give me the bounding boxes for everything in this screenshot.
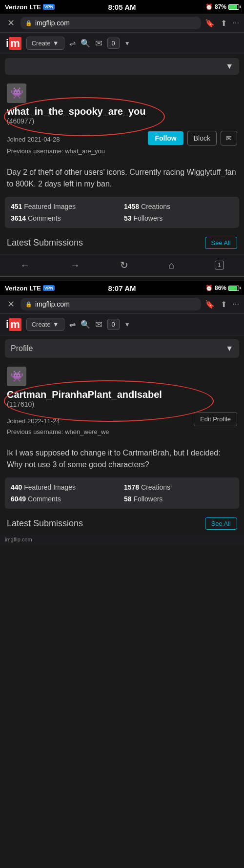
- shuffle-icon-1[interactable]: ⇌: [69, 39, 76, 48]
- latest-submissions-label-1: Latest Submissions: [7, 238, 83, 248]
- chevron-down-icon-1: ▼: [53, 40, 59, 47]
- url-text-1: imgflip.com: [35, 19, 70, 27]
- search-icon-1[interactable]: 🔍: [81, 39, 90, 48]
- dropdown-arrow-icon-1: ▼: [225, 62, 233, 71]
- mail-icon-1[interactable]: ✉: [95, 38, 102, 49]
- share-icon-2[interactable]: ⬆: [221, 300, 227, 309]
- time-1: 8:05 AM: [108, 3, 136, 11]
- section-1: 👾 what_in_the_spooky_are_you (460977) Jo…: [0, 79, 244, 254]
- avatar-1: 👾: [7, 83, 26, 103]
- dropdown-row-1[interactable]: ▼: [5, 58, 239, 75]
- url-text-2: imgflip.com: [35, 300, 70, 308]
- profile-dropdown-arrow-2: ▼: [225, 344, 233, 353]
- join-date-2: Joined 2022-11-24: [7, 417, 60, 425]
- edit-profile-button[interactable]: Edit Profile: [194, 412, 237, 426]
- bio-2: Ik I was supposed to change it to Cartma…: [7, 447, 237, 471]
- profile-dropdown-label-2: Profile: [11, 344, 33, 353]
- battery-icon-1: [228, 4, 239, 10]
- network-type-2: LTE: [29, 285, 41, 292]
- stat-followers-1: 53 Followers: [124, 214, 233, 222]
- alarm-icon-2: ⏰: [205, 285, 213, 291]
- follow-button-1[interactable]: Follow: [148, 131, 183, 145]
- close-button-1[interactable]: ✕: [5, 18, 17, 28]
- stat-featured-1: 451 Featured Images: [11, 203, 120, 210]
- stat-comments-1: 3614 Comments: [11, 214, 120, 222]
- browser-bar-1: ✕ 🔒 imgflip.com 🔖 ⬆ ···: [0, 14, 244, 33]
- vpn-badge-2: VPN: [43, 285, 55, 291]
- more-icon-2[interactable]: ···: [233, 300, 239, 309]
- close-button-2[interactable]: ✕: [5, 299, 17, 310]
- profile-dropdown-section-2[interactable]: Profile ▼: [5, 339, 239, 358]
- avatar-2: 👾: [7, 367, 26, 386]
- block-button-1[interactable]: Block: [187, 131, 217, 145]
- lock-icon-2: 🔒: [25, 301, 32, 308]
- join-date-1: Joined 2021-04-28: [7, 136, 60, 143]
- lock-icon-1: 🔒: [25, 20, 32, 26]
- browser-actions-1: 🔖 ⬆ ···: [205, 19, 239, 28]
- stats-grid-2: 440 Featured Images 1578 Creations 6049 …: [5, 477, 239, 509]
- vpn-badge-1: VPN: [43, 4, 55, 10]
- mail-icon-2[interactable]: ✉: [95, 319, 102, 330]
- profile-section-2: 👾 Cartman_PiranhaPlant_andIsabel (117610…: [0, 362, 244, 440]
- search-icon-2[interactable]: 🔍: [81, 320, 90, 329]
- home-icon-1[interactable]: ⌂: [169, 260, 175, 271]
- logo-1: im: [6, 37, 21, 50]
- latest-submissions-label-2: Latest Submissions: [7, 518, 83, 529]
- more-icon-1[interactable]: ···: [233, 19, 239, 27]
- app-header-2: im Create ▼ ⇌ 🔍 ✉ 0 ▼: [0, 314, 244, 335]
- header-dropdown-icon-2[interactable]: ▼: [124, 321, 130, 328]
- user-id-1: (460977): [7, 117, 237, 125]
- browser-bar-2: ✕ 🔒 imgflip.com 🔖 ⬆ ···: [0, 295, 244, 314]
- stat-comments-2: 6049 Comments: [11, 495, 120, 503]
- alarm-icon-1: ⏰: [205, 3, 213, 10]
- browser-actions-2: 🔖 ⬆ ···: [205, 300, 239, 309]
- battery-percent-2: 86%: [215, 285, 226, 291]
- logo-2: im: [6, 318, 21, 331]
- status-bar-2: Verizon LTE VPN 8:07 AM ⏰ 86%: [0, 281, 244, 295]
- bottom-bar: imgflip.com: [0, 535, 244, 544]
- stat-featured-2: 440 Featured Images: [11, 483, 120, 491]
- profile-actions-1: Follow Block ✉: [148, 131, 237, 145]
- bio-1: Day 2 of theft of other users' icons. Cu…: [7, 166, 237, 190]
- back-icon-1[interactable]: ←: [20, 260, 30, 271]
- header-dropdown-icon-1[interactable]: ▼: [124, 40, 130, 47]
- bookmark-icon-1[interactable]: 🔖: [205, 19, 215, 28]
- bookmark-icon-2[interactable]: 🔖: [205, 300, 215, 309]
- section-2: 👾 Cartman_PiranhaPlant_andIsabel (117610…: [0, 362, 244, 535]
- refresh-icon-1[interactable]: ↻: [120, 259, 128, 271]
- screenshot-divider: [0, 276, 244, 281]
- battery-icon-2: [228, 286, 239, 291]
- see-all-button-2[interactable]: See All: [205, 517, 237, 530]
- chevron-down-icon-2: ▼: [53, 321, 59, 328]
- stats-grid-1: 451 Featured Images 1458 Creations 3614 …: [5, 197, 239, 228]
- address-bar-1[interactable]: 🔒 imgflip.com: [20, 17, 201, 29]
- notification-badge-2[interactable]: 0: [107, 319, 120, 330]
- stat-creations-2: 1578 Creations: [124, 483, 233, 491]
- prev-username-1: Previous username: what_are_you: [7, 147, 237, 155]
- prev-username-2: Previous username: when_were_we: [7, 428, 237, 435]
- share-icon-1[interactable]: ⬆: [221, 19, 227, 28]
- battery-percent-1: 87%: [215, 3, 226, 10]
- message-button-1[interactable]: ✉: [221, 131, 237, 145]
- create-button-2[interactable]: Create ▼: [26, 318, 64, 331]
- app-header-1: im Create ▼ ⇌ 🔍 ✉ 0 ▼: [0, 33, 244, 54]
- see-all-button-1[interactable]: See All: [205, 237, 237, 249]
- profile-wrapper-2: 👾 Cartman_PiranhaPlant_andIsabel (117610…: [0, 362, 244, 440]
- username-2: Cartman_PiranhaPlant_andIsabel: [7, 389, 237, 400]
- stat-followers-2: 58 Followers: [124, 495, 233, 503]
- carrier-2: Verizon: [5, 285, 27, 292]
- username-1: what_in_the_spooky_are_you: [7, 106, 237, 117]
- profile-section-1: 👾 what_in_the_spooky_are_you (460977) Jo…: [0, 79, 244, 160]
- carrier-1: Verizon: [5, 3, 27, 11]
- shuffle-icon-2[interactable]: ⇌: [69, 320, 76, 329]
- stat-creations-1: 1458 Creations: [124, 203, 233, 210]
- address-bar-2[interactable]: 🔒 imgflip.com: [20, 298, 201, 310]
- user-id-2: (117610): [7, 400, 237, 408]
- latest-submissions-1: Latest Submissions See All: [0, 232, 244, 254]
- create-button-1[interactable]: Create ▼: [26, 37, 64, 50]
- forward-icon-1[interactable]: →: [70, 260, 80, 271]
- notification-badge-1[interactable]: 0: [107, 38, 120, 49]
- nav-bar-1: ← → ↻ ⌂ 1: [0, 254, 244, 276]
- tabs-icon-1[interactable]: 1: [215, 261, 224, 269]
- profile-wrapper-1: 👾 what_in_the_spooky_are_you (460977) Jo…: [0, 79, 244, 160]
